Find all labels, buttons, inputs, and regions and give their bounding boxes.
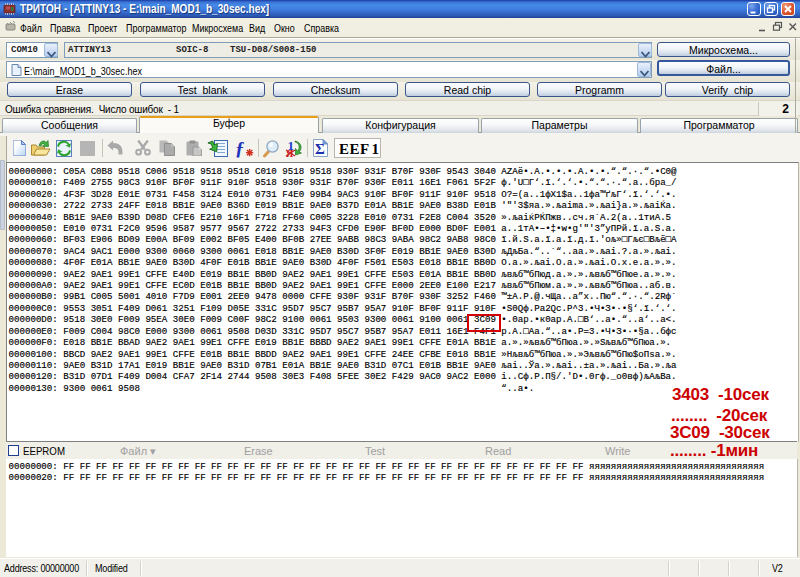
svg-text:ƒ: ƒ [235, 140, 245, 159]
svg-text:Σ: Σ [315, 141, 325, 157]
